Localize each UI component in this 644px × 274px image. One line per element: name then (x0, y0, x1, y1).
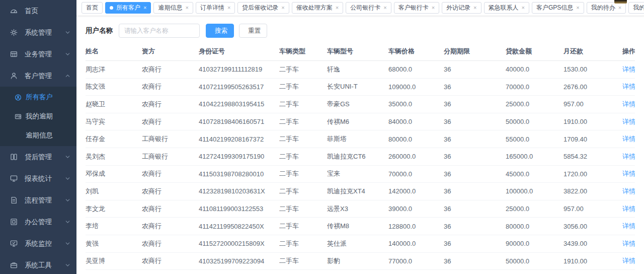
tab-emergency-contact[interactable]: 紧急联系人× (484, 2, 529, 14)
sidebar-item-all-customers[interactable]: 所有客户 (0, 88, 76, 107)
close-icon[interactable]: × (281, 5, 284, 11)
table-row: 任存金工商银行411402199208167372二手车菲斯塔80000.036… (86, 130, 635, 148)
cell-funder: 农商行 (142, 204, 199, 214)
main-area: 首页所有客户×逾期信息×订单详情×贷后催收记录×催收处理方案×公司银行卡×客户银… (76, 0, 644, 274)
tab-label: 公司银行卡 (350, 4, 380, 12)
detail-link[interactable]: 详情 (622, 100, 635, 108)
detail-link[interactable]: 详情 (622, 187, 635, 195)
detail-link[interactable]: 详情 (622, 240, 635, 247)
sidebar-item-overdue-info[interactable]: 逾期信息 (0, 126, 76, 145)
close-icon[interactable]: × (383, 5, 386, 11)
tab-my-process[interactable]: 我的流程× (628, 2, 644, 14)
cell-monthly: 1910.00 (564, 257, 622, 265)
tab-order-detail[interactable]: 订单详情× (196, 2, 235, 14)
close-icon[interactable]: × (227, 5, 230, 11)
chevron-down-icon (65, 30, 70, 35)
sidebar-item-label: 我的逾期 (26, 112, 53, 121)
cell-term: 36 (444, 187, 506, 195)
tab-collection-plan[interactable]: 催收处理方案× (292, 2, 343, 14)
column-header: 身份证号 (199, 47, 279, 56)
cell-monthly: 1709.40 (564, 135, 622, 143)
search-input[interactable] (119, 24, 200, 38)
toolbox-icon (10, 261, 18, 269)
cell-term: 36 (444, 118, 506, 125)
sidebar-item-customer-mgmt[interactable]: 客户管理 (0, 65, 76, 87)
sidebar-item-process-mgmt[interactable]: 流程管理 (0, 189, 76, 211)
detail-link[interactable]: 详情 (622, 118, 635, 125)
chevron-down-icon (65, 262, 70, 268)
sidebar-item-label: 贷后管理 (25, 153, 52, 162)
cell-id_no: 410721199505263517 (199, 83, 279, 91)
cell-loan_amount: 50000.0 (506, 118, 564, 125)
detail-link[interactable]: 详情 (622, 65, 635, 73)
chevron-down-icon (65, 197, 70, 203)
cell-vehicle_model: 菲斯塔 (327, 134, 388, 144)
detail-link[interactable]: 详情 (622, 257, 635, 264)
close-icon[interactable]: × (336, 5, 339, 11)
cell-monthly: 3822.00 (564, 187, 622, 195)
tab-customer-bankcard[interactable]: 客户银行卡× (394, 2, 439, 14)
tab-label: 所有客户 (116, 4, 140, 12)
tab-customer-gps[interactable]: 客户GPS信息× (532, 2, 584, 14)
cell-term: 36 (444, 240, 506, 247)
table-row: 吴亚博农商行410325199709223094二手车影豹77000.03650… (86, 253, 635, 270)
tab-company-bankcard[interactable]: 公司银行卡× (346, 2, 391, 14)
cell-funder: 农商行 (142, 117, 199, 126)
cell-vehicle_model: 轩逸 (327, 65, 388, 74)
cell-vehicle_price: 128800.0 (388, 223, 444, 230)
close-icon[interactable]: × (473, 5, 476, 11)
column-header: 月还款 (564, 47, 622, 56)
close-icon[interactable]: × (522, 5, 525, 11)
sidebar-item-report-stats[interactable]: 报表统计 (0, 168, 76, 189)
close-icon[interactable]: × (143, 5, 146, 11)
close-icon[interactable]: × (576, 5, 579, 11)
sidebar-item-system-tools[interactable]: 系统工具 (0, 254, 76, 274)
tab-overdue-info[interactable]: 逾期信息× (153, 2, 193, 14)
sidebar-item-system-monitor[interactable]: 系统监控 (0, 233, 76, 254)
column-header: 分期期限 (444, 47, 506, 56)
table-body: 周志洋农商行410327199111112819二手车轩逸68000.03640… (86, 61, 635, 274)
search-button[interactable]: 搜索 (206, 24, 234, 38)
sidebar-item-label: 报表统计 (25, 174, 52, 183)
close-icon[interactable]: × (432, 5, 435, 11)
cell-id_no: 411402199208167372 (199, 135, 279, 143)
cell-term: 36 (444, 257, 506, 265)
tab-visit-record[interactable]: 外访记录× (442, 2, 481, 14)
cell-vehicle_model: 凯迪拉克CT6 (327, 152, 388, 161)
cell-id_no: 410327199111112819 (199, 65, 279, 73)
gear-icon (10, 29, 18, 37)
cell-vehicle_price: 260000.0 (388, 153, 444, 160)
row-actions: 详情 (622, 187, 635, 196)
tab-collection-record[interactable]: 贷后催收记录× (237, 2, 289, 14)
tab-my-todo[interactable]: 我的待办× (587, 2, 626, 14)
sidebar-item-system-mgmt[interactable]: 系统管理 (0, 22, 76, 43)
detail-link[interactable]: 详情 (622, 83, 635, 90)
detail-link[interactable]: 详情 (622, 222, 635, 230)
detail-link[interactable]: 详情 (622, 153, 635, 160)
sidebar-item-office-mgmt[interactable]: 办公管理 (0, 211, 76, 233)
close-icon[interactable]: × (618, 5, 621, 11)
sidebar: 首页系统管理业务管理客户管理所有客户我的逾期逾期信息贷后管理报表统计流程管理办公… (0, 0, 76, 274)
table-row: 李培农商行41142119950822450X二手车传祺M8128800.036… (86, 218, 635, 235)
tab-home[interactable]: 首页 (82, 2, 103, 14)
close-icon[interactable]: × (185, 5, 188, 11)
table-row: 刘凯农商行41232819810203631X二手车凯迪拉克XT4142000.… (86, 183, 635, 200)
tab-label: 贷后催收记录 (242, 4, 278, 12)
detail-link[interactable]: 详情 (622, 205, 635, 213)
reset-button[interactable]: 重置 (239, 24, 267, 38)
cell-term: 36 (444, 135, 506, 143)
detail-link[interactable]: 详情 (622, 135, 635, 143)
cell-name: 刘凯 (86, 187, 142, 196)
sidebar-item-postloan-mgmt[interactable]: 贷后管理 (0, 146, 76, 168)
cell-vehicle_price: 70000.0 (388, 170, 444, 178)
cell-term: 36 (444, 205, 506, 213)
cell-name: 吴刘杰 (86, 152, 142, 161)
sidebar-item-business-mgmt[interactable]: 业务管理 (0, 43, 76, 65)
tab-all-customers[interactable]: 所有客户× (105, 2, 151, 14)
cell-vehicle_price: 35000.0 (388, 100, 444, 108)
detail-link[interactable]: 详情 (622, 170, 635, 177)
sidebar-item-home[interactable]: 首页 (0, 0, 76, 22)
sidebar-item-my-overdue[interactable]: 我的逾期 (0, 107, 76, 126)
tab-label: 我的待办 (591, 4, 615, 12)
cell-term: 36 (444, 223, 506, 230)
